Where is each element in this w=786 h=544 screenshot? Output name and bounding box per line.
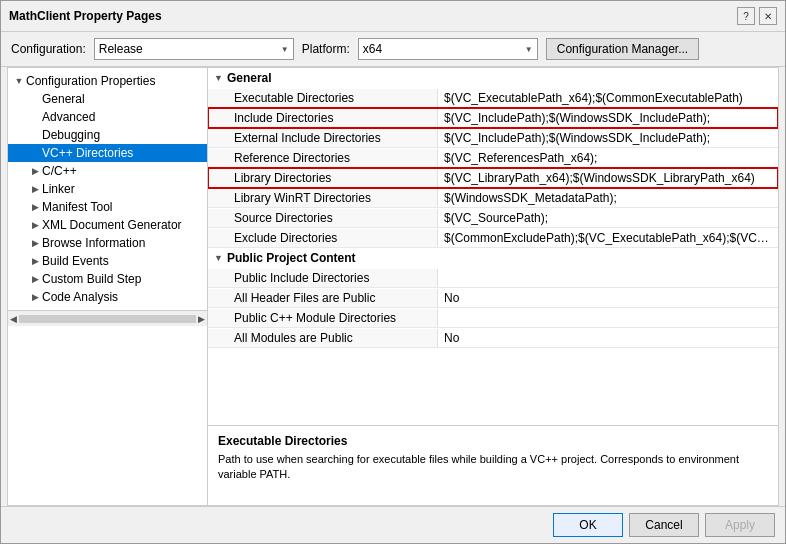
- expand-icon-build-events: ▶: [28, 256, 42, 266]
- table-row: All Header Files are Public No: [208, 288, 778, 308]
- sidebar-label-debugging: Debugging: [42, 128, 100, 142]
- sidebar-label-build-events: Build Events: [42, 254, 109, 268]
- prop-value-excl-dirs[interactable]: $(CommonExcludePath);$(VC_ExecutablePath…: [438, 229, 778, 247]
- prop-value-lib-dirs[interactable]: $(VC_LibraryPath_x64);$(WindowsSDK_Libra…: [438, 169, 778, 187]
- table-row: Public C++ Module Directories: [208, 308, 778, 328]
- expand-icon-xml-doc: ▶: [28, 220, 42, 230]
- main-content: ▼ Configuration Properties General Advan…: [7, 67, 779, 506]
- prop-name-lib-dirs: Library Directories: [208, 169, 438, 187]
- description-panel: Executable Directories Path to use when …: [208, 425, 778, 505]
- sidebar-label-cpp: C/C++: [42, 164, 77, 178]
- general-section-header: ▼ General: [208, 68, 778, 88]
- help-button[interactable]: ?: [737, 7, 755, 25]
- sidebar-label-advanced: Advanced: [42, 110, 95, 124]
- table-row: Library Directories $(VC_LibraryPath_x64…: [208, 168, 778, 188]
- prop-value-src-dirs[interactable]: $(VC_SourcePath);: [438, 209, 778, 227]
- table-row: Reference Directories $(VC_ReferencesPat…: [208, 148, 778, 168]
- expand-icon-custom-build: ▶: [28, 274, 42, 284]
- close-button[interactable]: ✕: [759, 7, 777, 25]
- sidebar-item-code-analysis[interactable]: ▶ Code Analysis: [8, 288, 207, 306]
- prop-value-exec-dirs[interactable]: $(VC_ExecutablePath_x64);$(CommonExecuta…: [438, 89, 778, 107]
- prop-name-ref-dirs: Reference Directories: [208, 149, 438, 167]
- table-row: Source Directories $(VC_SourcePath);: [208, 208, 778, 228]
- sidebar-label-general: General: [42, 92, 85, 106]
- right-panel: ▼ General Executable Directories $(VC_Ex…: [208, 68, 778, 505]
- prop-name-src-dirs: Source Directories: [208, 209, 438, 227]
- sidebar-label-browse-info: Browse Information: [42, 236, 145, 250]
- dialog-title: MathClient Property Pages: [9, 9, 162, 23]
- properties-table: ▼ General Executable Directories $(VC_Ex…: [208, 68, 778, 425]
- sidebar-item-manifest-tool[interactable]: ▶ Manifest Tool: [8, 198, 207, 216]
- expand-icon-manifest-tool: ▶: [28, 202, 42, 212]
- sidebar-item-cpp[interactable]: ▶ C/C++: [8, 162, 207, 180]
- config-value: Release: [99, 42, 143, 56]
- prop-value-include-dirs[interactable]: $(VC_IncludePath);$(WindowsSDK_IncludePa…: [438, 109, 778, 127]
- sidebar-item-build-events[interactable]: ▶ Build Events: [8, 252, 207, 270]
- title-controls: ? ✕: [737, 7, 777, 25]
- prop-name-exec-dirs: Executable Directories: [208, 89, 438, 107]
- sidebar-label-manifest-tool: Manifest Tool: [42, 200, 112, 214]
- public-section-arrow: ▼: [214, 253, 223, 263]
- sidebar-item-debugging[interactable]: Debugging: [8, 126, 207, 144]
- sidebar-item-advanced[interactable]: Advanced: [8, 108, 207, 126]
- sidebar-item-vcpp-dirs[interactable]: VC++ Directories: [8, 144, 207, 162]
- table-row: Exclude Directories $(CommonExcludePath)…: [208, 228, 778, 248]
- sidebar: ▼ Configuration Properties General Advan…: [8, 68, 208, 505]
- bottom-bar: OK Cancel Apply: [1, 506, 785, 543]
- sidebar-item-browse-info[interactable]: ▶ Browse Information: [8, 234, 207, 252]
- platform-dropdown-arrow: ▼: [525, 45, 533, 54]
- prop-name-pub-include-dirs: Public Include Directories: [208, 269, 438, 287]
- prop-value-ref-dirs[interactable]: $(VC_ReferencesPath_x64);: [438, 149, 778, 167]
- cancel-button[interactable]: Cancel: [629, 513, 699, 537]
- configuration-dropdown[interactable]: Release ▼: [94, 38, 294, 60]
- expand-icon-browse-info: ▶: [28, 238, 42, 248]
- prop-value-pub-cpp-module-dirs[interactable]: [438, 316, 778, 320]
- scroll-track: [19, 315, 196, 323]
- sidebar-label-xml-doc: XML Document Generator: [42, 218, 182, 232]
- prop-name-excl-dirs: Exclude Directories: [208, 229, 438, 247]
- ok-button[interactable]: OK: [553, 513, 623, 537]
- sidebar-item-general[interactable]: General: [8, 90, 207, 108]
- prop-value-ext-include-dirs[interactable]: $(VC_IncludePath);$(WindowsSDK_IncludePa…: [438, 129, 778, 147]
- expand-icon-cpp: ▶: [28, 166, 42, 176]
- description-text: Path to use when searching for executabl…: [218, 452, 768, 483]
- configuration-manager-button[interactable]: Configuration Manager...: [546, 38, 699, 60]
- apply-button[interactable]: Apply: [705, 513, 775, 537]
- description-title: Executable Directories: [218, 434, 768, 448]
- public-section-label: Public Project Content: [227, 251, 356, 265]
- title-bar: MathClient Property Pages ? ✕: [1, 1, 785, 32]
- expand-icon-code-analysis: ▶: [28, 292, 42, 302]
- prop-name-all-headers-public: All Header Files are Public: [208, 289, 438, 307]
- sidebar-label-custom-build: Custom Build Step: [42, 272, 141, 286]
- platform-dropdown[interactable]: x64 ▼: [358, 38, 538, 60]
- prop-name-all-modules-public: All Modules are Public: [208, 329, 438, 347]
- expand-icon-config-props: ▼: [12, 76, 26, 86]
- table-row: Library WinRT Directories $(WindowsSDK_M…: [208, 188, 778, 208]
- prop-name-ext-include-dirs: External Include Directories: [208, 129, 438, 147]
- prop-name-include-dirs: Include Directories: [208, 109, 438, 127]
- general-section-arrow: ▼: [214, 73, 223, 83]
- prop-value-winrt-dirs[interactable]: $(WindowsSDK_MetadataPath);: [438, 189, 778, 207]
- sidebar-horizontal-scrollbar[interactable]: ◀ ▶: [8, 310, 207, 326]
- prop-value-all-modules-public[interactable]: No: [438, 329, 778, 347]
- config-label: Configuration:: [11, 42, 86, 56]
- sidebar-label-code-analysis: Code Analysis: [42, 290, 118, 304]
- table-row: Public Include Directories: [208, 268, 778, 288]
- general-section-label: General: [227, 71, 272, 85]
- scroll-right-arrow[interactable]: ▶: [198, 314, 205, 324]
- scroll-left-arrow[interactable]: ◀: [10, 314, 17, 324]
- platform-label: Platform:: [302, 42, 350, 56]
- table-row: Include Directories $(VC_IncludePath);$(…: [208, 108, 778, 128]
- table-row: Executable Directories $(VC_ExecutablePa…: [208, 88, 778, 108]
- prop-value-all-headers-public[interactable]: No: [438, 289, 778, 307]
- config-row: Configuration: Release ▼ Platform: x64 ▼…: [1, 32, 785, 67]
- public-section-header: ▼ Public Project Content: [208, 248, 778, 268]
- sidebar-item-custom-build[interactable]: ▶ Custom Build Step: [8, 270, 207, 288]
- prop-name-winrt-dirs: Library WinRT Directories: [208, 189, 438, 207]
- sidebar-item-config-props[interactable]: ▼ Configuration Properties: [8, 72, 207, 90]
- sidebar-item-linker[interactable]: ▶ Linker: [8, 180, 207, 198]
- prop-value-pub-include-dirs[interactable]: [438, 276, 778, 280]
- table-row: External Include Directories $(VC_Includ…: [208, 128, 778, 148]
- expand-icon-linker: ▶: [28, 184, 42, 194]
- sidebar-item-xml-doc[interactable]: ▶ XML Document Generator: [8, 216, 207, 234]
